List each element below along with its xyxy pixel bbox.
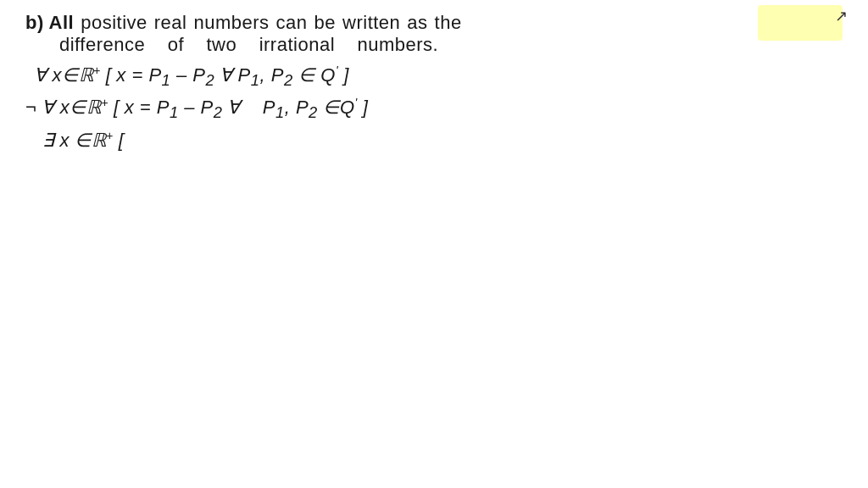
word-numbers: numbers — [193, 12, 269, 34]
word-can: can — [276, 12, 308, 34]
conditions-2: P1, P2 ∈Q' — [246, 97, 358, 122]
conditions-1: P1, P2 ∈ Q' — [238, 64, 339, 90]
math-expr-2: x∈ℝ+ — [60, 97, 108, 119]
line-2: difference of two irrational numbers. — [17, 34, 851, 56]
mouse-cursor: ↗ — [835, 7, 848, 25]
highlight-region — [758, 5, 843, 41]
bracket-close-2: ] — [363, 97, 369, 119]
word-real: real — [154, 12, 187, 34]
exists-symbol: ∃ — [42, 130, 55, 152]
bracket-open-1: [ — [106, 64, 112, 86]
and-symbol-1: ∀ — [220, 64, 233, 86]
exists-line: ∃ x ∈ℝ+ [ — [17, 130, 851, 152]
and-symbol-2: ∀ — [227, 97, 241, 119]
word-be: be — [314, 12, 336, 34]
math-line-1: ∀ x∈ℝ+ [ x = P1 – P2 ∀ P1, P2 ∈ Q' ] — [17, 64, 851, 90]
line2-text: difference of two irrational numbers. — [59, 34, 438, 55]
page-content: ↗ b) All positive real numbers can be wr… — [0, 0, 868, 488]
line1-start: b) All — [25, 12, 74, 34]
math-expr-1: x∈ℝ+ — [53, 64, 101, 86]
word-the: the — [435, 12, 462, 34]
bracket-open-2: [ — [114, 97, 120, 119]
word-written: written — [342, 12, 400, 34]
exists-var: x — [60, 130, 70, 152]
exists-set: ∈ℝ+ — [75, 130, 114, 152]
negation-symbol: ¬ — [25, 97, 36, 119]
equation-1: x = P1 – P2 — [116, 64, 214, 90]
negation-line: ¬ ∀ x∈ℝ+ [ x = P1 – P2 ∀ P1, P2 ∈Q' ] — [17, 97, 851, 122]
word-positive: positive — [81, 12, 147, 34]
forall-symbol-2: ∀ — [42, 97, 55, 119]
bracket-close-1: ] — [343, 64, 349, 86]
forall-symbol-1: ∀ — [34, 64, 47, 86]
exists-bracket: [ — [119, 130, 125, 152]
word-as: as — [407, 12, 427, 34]
equation-2: x = P1 – P2 — [125, 97, 223, 122]
line-1: b) All positive real numbers can be writ… — [17, 12, 851, 34]
